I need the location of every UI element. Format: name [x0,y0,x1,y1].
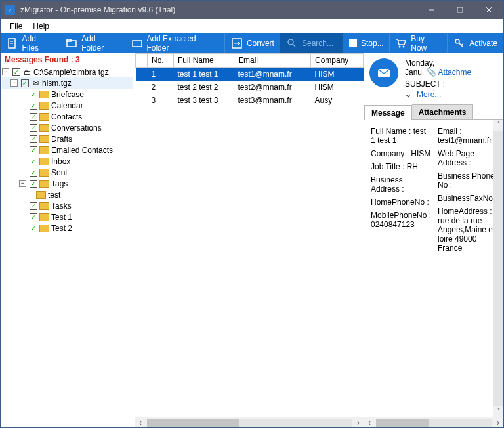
activate-button[interactable]: Activate [448,33,503,53]
preview-field: Full Name : test 1 test 1 [371,127,432,145]
expander-icon[interactable]: − [2,68,9,75]
stop-button[interactable]: Stop... [344,33,390,53]
drive-icon: 🗀 [22,68,32,77]
checkbox[interactable]: ✓ [21,79,29,87]
mail-icon [369,58,398,87]
tree-item[interactable]: ✓Drafts [2,133,133,144]
checkbox[interactable]: ✓ [30,158,37,165]
folder-plus-icon [66,37,79,50]
more-toggle[interactable]: ⌄More... [405,90,498,99]
table-row[interactable]: 2test 2 test 2test2@mnam.frHiSM [136,81,364,94]
folder-icon [39,102,49,110]
checkbox[interactable]: ✓ [30,180,37,188]
scroll-right-icon[interactable]: › [353,417,364,428]
tree-item[interactable]: ✓Calendar [2,100,133,111]
tree-item[interactable]: ✓Test 2 [2,223,133,234]
checkbox[interactable]: ✓ [30,91,37,98]
stop-checkbox[interactable] [349,39,357,47]
col-no[interactable]: No. [148,54,174,68]
scroll-thumb[interactable] [376,419,429,427]
file-plus-icon [6,37,19,50]
svg-line-18 [461,44,463,45]
tree-item-label: Contacts [51,112,82,121]
tab-message[interactable]: Message [364,105,412,120]
buy-now-button[interactable]: Buy Now [390,33,448,53]
window-title: zMigrator - On-premise Migration v9.6 (T… [20,5,417,14]
scroll-track[interactable] [147,419,352,427]
search-input[interactable] [302,39,338,48]
messages-found-label: Messages Found : 3 [1,53,135,66]
add-extracted-folder-button[interactable]: Add Extracted Folder [125,33,225,53]
svg-point-12 [288,39,293,45]
preview-field: Email : test1@mnam.fr [438,127,499,145]
tree-file[interactable]: − ✓ ✉ hism.tgz [2,77,133,89]
preview-vertical-scrollbar[interactable]: ˄ ˅ [493,120,503,417]
tree-item[interactable]: ✓Briefcase [2,89,133,100]
col-blank[interactable] [136,54,148,68]
cell-full-name: test 2 test 2 [174,81,234,94]
table-row[interactable]: 3test 3 test 3test3@mnam.frAusy [136,94,364,107]
tab-attachments[interactable]: Attachments [412,104,474,119]
tree-item-label: Conversations [51,123,102,133]
checkbox[interactable]: ✓ [30,124,37,132]
scroll-track[interactable] [494,131,503,406]
cell-company: HiSM [311,81,364,94]
minimize-button[interactable] [417,1,446,19]
tree-item[interactable]: ✓Tasks [2,200,133,211]
checkbox[interactable]: ✓ [30,213,37,221]
scroll-right-icon[interactable]: › [493,417,503,428]
tree-root[interactable]: − ✓ 🗀 C:\Sample\zimbra tgz [2,66,133,77]
menu-help[interactable]: Help [28,20,54,32]
menu-file[interactable]: File [5,20,28,32]
tree-item[interactable]: ✓Contacts [2,111,133,122]
checkbox[interactable]: ✓ [12,68,20,76]
add-files-button[interactable]: Add Files [1,33,60,53]
scroll-thumb[interactable] [147,419,239,427]
checkbox[interactable]: ✓ [30,102,37,110]
checkbox[interactable]: ✓ [30,135,37,143]
svg-point-14 [399,46,401,48]
table-row[interactable]: 1test 1 test 1test1@mnam.frHISM [136,68,364,81]
convert-button[interactable]: Convert [225,33,280,53]
tree-tags-child[interactable]: test [2,189,133,200]
table-scroll[interactable]: No. Full Name Email Company 1test 1 test… [135,53,364,417]
checkbox[interactable]: ✓ [30,146,37,154]
folder-icon [39,146,49,154]
tree-item[interactable]: ✓Inbox [2,156,133,167]
attachments-link[interactable]: Attachme [438,68,471,77]
search-box[interactable] [280,33,344,53]
checkbox[interactable]: ✓ [30,225,37,232]
checkbox[interactable]: ✓ [30,202,37,210]
tree-item[interactable]: ✓Conversations [2,122,133,133]
scroll-down-icon[interactable]: ˅ [494,406,503,417]
scroll-track[interactable] [376,419,492,427]
col-company[interactable]: Company [311,54,364,68]
expander-icon[interactable]: − [10,79,18,87]
center-horizontal-scrollbar[interactable]: ‹ › [135,417,364,427]
folder-icon [39,124,49,132]
svg-rect-9 [133,41,142,47]
tree-item-label: Inbox [51,157,70,166]
maximize-button[interactable] [446,1,474,19]
folder-tree[interactable]: − ✓ 🗀 C:\Sample\zimbra tgz − ✓ ✉ hism.tg… [1,66,135,427]
col-full-name[interactable]: Full Name [174,54,234,68]
checkbox[interactable]: ✓ [30,113,37,121]
tree-tags[interactable]: − ✓ Tags [2,178,133,189]
scroll-left-icon[interactable]: ‹ [135,417,146,428]
tree-item[interactable]: ✓Emailed Contacts [2,144,133,156]
col-email[interactable]: Email [234,54,310,68]
add-folder-button[interactable]: Add Folder [60,33,125,53]
folder-icon [39,202,49,210]
close-button[interactable] [474,1,503,19]
preview-horizontal-scrollbar[interactable]: ‹ › [364,417,503,427]
svg-rect-1 [457,7,463,12]
tree-item[interactable]: ✓Test 1 [2,211,133,223]
toolbar-label: Add Folder [81,34,119,53]
checkbox[interactable]: ✓ [30,169,37,177]
folder-icon [39,113,49,121]
expander-icon[interactable]: − [19,180,26,187]
tree-item[interactable]: ✓Sent [2,167,133,178]
scroll-left-icon[interactable]: ‹ [364,417,375,428]
scroll-up-icon[interactable]: ˄ [494,120,503,131]
toolbar: Add Files Add Folder Add Extracted Folde… [1,33,503,53]
